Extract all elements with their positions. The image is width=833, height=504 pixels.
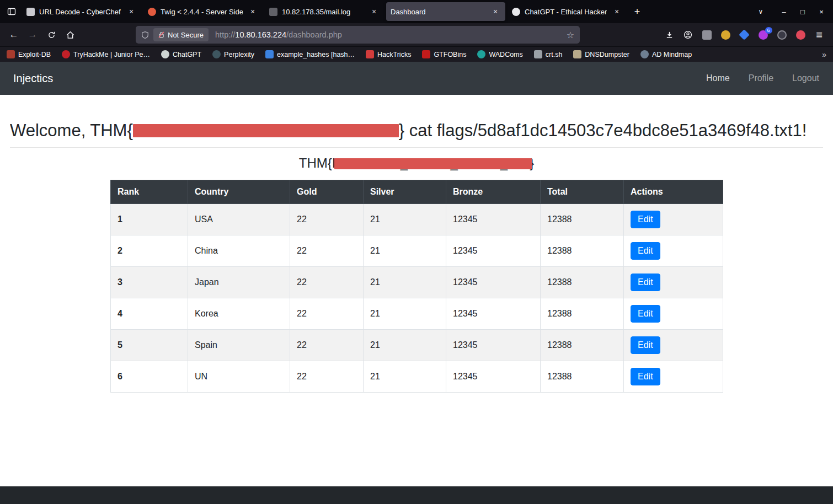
window-close-button[interactable]: × [813, 3, 830, 20]
tab-title: ChatGPT - Ethical Hacker [525, 8, 607, 16]
extension-purple-icon[interactable]: 6 [754, 26, 772, 44]
nav-link-logout[interactable]: Logout [792, 73, 819, 83]
edit-button[interactable]: Edit [631, 211, 660, 228]
cell-total: 12388 [541, 267, 624, 298]
bookmarks-overflow-icon[interactable]: » [822, 50, 826, 59]
close-tab-icon[interactable]: × [126, 6, 137, 17]
extension-gold-icon[interactable] [716, 26, 735, 44]
edit-button[interactable]: Edit [631, 274, 660, 291]
bookmark-tryhackme[interactable]: TryHackMe | Junior Pe… [62, 50, 150, 58]
bookmark-hacktricks[interactable]: HackTricks [366, 50, 411, 58]
window-maximize-button[interactable]: □ [794, 3, 811, 20]
cell-gold: 22 [290, 361, 364, 393]
back-button[interactable]: ← [4, 26, 23, 44]
welcome-section: Welcome, THM{} cat flags/5d8af1dc14503c7… [0, 120, 833, 148]
reload-button[interactable] [42, 26, 61, 44]
cyberchef-favicon [26, 8, 35, 16]
list-all-tabs-chevron-icon[interactable]: ∨ [752, 3, 769, 20]
extension-gray-icon[interactable] [697, 26, 716, 44]
close-tab-icon[interactable]: × [490, 6, 501, 17]
bookmark-chatgpt[interactable]: ChatGPT [161, 50, 201, 58]
close-tab-icon[interactable]: × [247, 6, 258, 17]
cell-country: USA [188, 204, 290, 235]
tab-title: Twig < 2.4.4 - Server Side [161, 8, 243, 16]
bookmark-ad-mindmap[interactable]: AD Mindmap [640, 50, 692, 58]
cell-total: 12388 [541, 361, 624, 393]
cell-bronze: 12345 [446, 330, 541, 361]
tab-cyberchef[interactable]: URL Decode - CyberChef × [22, 2, 141, 21]
tab-twig-exploit[interactable]: Twig < 2.4.4 - Server Side × [143, 2, 263, 21]
cell-gold: 22 [290, 267, 364, 298]
nav-link-profile[interactable]: Profile [749, 73, 773, 83]
forward-button[interactable]: → [23, 26, 42, 44]
chatgpt-favicon [512, 8, 520, 16]
site-footer: Quick Links Resources [0, 486, 833, 504]
site-navbar: Injectics Home Profile Logout [0, 62, 833, 95]
url-host: 10.80.163.224 [235, 30, 286, 39]
medals-table: Rank Country Gold Silver Bronze Total Ac… [110, 180, 723, 393]
tab-title: Dashboard [391, 8, 485, 16]
crtsh-favicon [534, 50, 542, 58]
window-minimize-button[interactable]: – [776, 3, 792, 20]
extension-badge-count: 6 [765, 27, 772, 34]
edit-button[interactable]: Edit [631, 242, 660, 260]
bookmark-perplexity[interactable]: Perplexity [212, 50, 254, 58]
header-total: Total [541, 180, 624, 204]
bookmark-example-hashes[interactable]: example_hashes [hash… [265, 50, 355, 58]
welcome-suffix: } cat flags/5d8af1dc14503c7e4bdc8e51a346… [399, 121, 807, 140]
edit-button[interactable]: Edit [631, 305, 660, 323]
browser-tab-bar: URL Decode - CyberChef × Twig < 2.4.4 - … [0, 0, 833, 23]
bookmark-gtfobins[interactable]: GTFOBins [422, 50, 466, 58]
cell-country: China [188, 235, 290, 267]
redaction-box-flag [334, 158, 532, 169]
table-row: 6 UN 22 21 12345 12388 Edit [111, 361, 723, 393]
security-chip[interactable]: Not Secure [153, 28, 209, 41]
header-country: Country [188, 180, 290, 204]
cell-silver: 21 [364, 267, 446, 298]
new-tab-button[interactable]: + [629, 3, 645, 20]
cell-actions: Edit [624, 330, 723, 361]
cell-silver: 21 [364, 361, 446, 393]
dnsdumpster-favicon [573, 50, 581, 58]
bookmark-wadcoms[interactable]: WADComs [477, 50, 522, 58]
page-content: Welcome, THM{} cat flags/5d8af1dc14503c7… [0, 120, 833, 486]
header-gold: Gold [290, 180, 364, 204]
bookmark-crtsh[interactable]: crt.sh [534, 50, 563, 58]
wadcoms-favicon [477, 50, 485, 58]
account-icon[interactable] [679, 26, 697, 44]
browser-toolbar: ← → Not Secure http://10.80.163.224/dash… [0, 23, 833, 46]
bookmark-dnsdumpster[interactable]: DNSDumpster [573, 50, 629, 58]
cell-actions: Edit [624, 298, 723, 330]
home-button[interactable] [61, 26, 79, 44]
table-row: 5 Spain 22 21 12345 12388 Edit [111, 330, 723, 361]
tab-dashboard-active[interactable]: Dashboard × [386, 2, 505, 21]
tracking-protection-shield-icon[interactable] [141, 31, 149, 39]
cell-bronze: 12345 [446, 361, 541, 393]
firefox-view-icon[interactable] [3, 3, 20, 20]
bookmark-star-icon[interactable]: ☆ [567, 30, 574, 40]
cell-actions: Edit [624, 235, 723, 267]
close-tab-icon[interactable]: × [611, 6, 622, 17]
menu-hamburger-icon[interactable]: ≡ [810, 26, 829, 44]
table-row: 4 Korea 22 21 12345 12388 Edit [111, 298, 723, 330]
cell-actions: Edit [624, 204, 723, 235]
downloads-icon[interactable] [660, 26, 679, 44]
edit-button[interactable]: Edit [631, 336, 660, 354]
edit-button[interactable]: Edit [631, 368, 660, 385]
nav-link-home[interactable]: Home [706, 73, 730, 83]
extension-dark-globe-icon[interactable] [772, 26, 791, 44]
bookmark-exploit-db[interactable]: Exploit-DB [7, 50, 51, 58]
tab-mail-log[interactable]: 10.82.178.35/mail.log × [265, 2, 384, 21]
header-bronze: Bronze [446, 180, 541, 204]
url-bar[interactable]: Not Secure http://10.80.163.224/dashboar… [136, 26, 580, 44]
close-tab-icon[interactable]: × [369, 6, 380, 17]
url-path: /dashboard.php [286, 30, 342, 39]
redaction-box-username [133, 124, 399, 137]
tab-chatgpt[interactable]: ChatGPT - Ethical Hacker × [508, 2, 627, 21]
bookmarks-bar: Exploit-DB TryHackMe | Junior Pe… ChatGP… [0, 46, 833, 62]
extension-red-icon[interactable] [791, 26, 810, 44]
cell-silver: 21 [364, 298, 446, 330]
site-brand[interactable]: Injectics [13, 72, 53, 85]
extension-blue-gem-icon[interactable] [735, 26, 754, 44]
cell-bronze: 12345 [446, 235, 541, 267]
